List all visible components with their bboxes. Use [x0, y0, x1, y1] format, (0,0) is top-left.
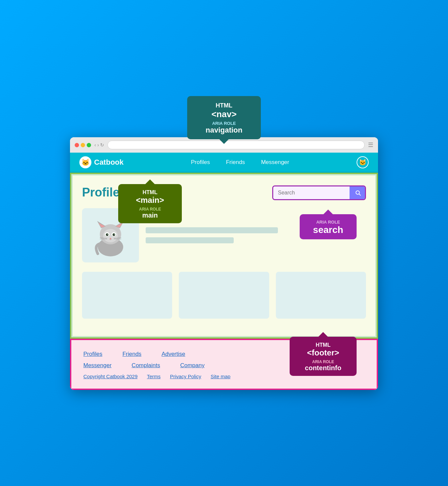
svg-point-16 [114, 234, 115, 235]
footer-terms[interactable]: Terms [147, 374, 161, 379]
svg-point-15 [107, 234, 108, 235]
placeholder-line-2 [146, 237, 234, 243]
dot-yellow[interactable] [81, 143, 85, 147]
nav-link-messenger[interactable]: Messenger [261, 159, 289, 166]
nav-tooltip-aria-value: navigation [198, 126, 250, 135]
footer-tooltip-tag: <footer> [298, 348, 349, 357]
logo-icon: 🐱 [79, 156, 91, 168]
footer-tooltip-aria-value: contentinfo [298, 364, 349, 372]
footer-link-friends[interactable]: Friends [123, 351, 142, 357]
nav-tooltip-tag: <nav> [198, 109, 250, 119]
svg-point-14 [113, 234, 115, 236]
logo-text: Catbook [94, 158, 124, 167]
footer-tooltip-container: HTML <footer> ARIA ROLE contentinfo [290, 337, 357, 376]
dot-green[interactable] [87, 143, 91, 147]
main-tooltip-tag: <main> [126, 195, 174, 205]
search-tooltip: ARIA ROLE search [300, 214, 357, 239]
footer-link-profiles[interactable]: Profiles [83, 351, 102, 357]
footer-link-company[interactable]: Company [180, 362, 205, 369]
cards-grid [82, 272, 366, 319]
refresh-icon[interactable]: ↻ [100, 142, 104, 148]
main-tooltip: HTML <main> ARIA ROLE main [118, 184, 182, 223]
grid-card-3 [276, 272, 366, 319]
grid-card-2 [179, 272, 269, 319]
browser-dots [75, 143, 91, 147]
footer-sitemap[interactable]: Site map [211, 374, 230, 379]
footer-copyright[interactable]: Copyright Catbook 2029 [83, 374, 138, 379]
main-tooltip-aria-label: ARIA ROLE [126, 207, 174, 212]
search-tooltip-container: ARIA ROLE search [300, 214, 357, 239]
search-button[interactable] [350, 186, 366, 199]
forward-icon[interactable]: › [97, 142, 99, 148]
site-nav-links: Profiles Friends Messenger [124, 159, 357, 166]
user-avatar-icon[interactable]: 🐱 [357, 156, 369, 168]
search-form [272, 185, 366, 200]
footer-tooltip-html-label: HTML [298, 342, 349, 348]
site-logo: 🐱 Catbook [79, 156, 124, 168]
nav-link-profiles[interactable]: Profiles [191, 159, 210, 166]
footer-tooltip: HTML <footer> ARIA ROLE contentinfo [290, 337, 357, 376]
browser-menu-icon[interactable]: ☰ [368, 141, 373, 149]
main-tooltip-container: HTML <main> ARIA ROLE main [118, 184, 182, 223]
footer-link-advertise[interactable]: Advertise [161, 351, 185, 357]
search-input[interactable] [273, 186, 350, 199]
site-nav: 🐱 Catbook Profiles Friends Messenger 🐱 [70, 153, 378, 173]
browser-arrows: ‹ › ↻ [94, 142, 104, 148]
svg-point-8 [103, 229, 118, 242]
browser-window: ‹ › ↻ ☰ 🐱 Catbook Profiles Friends Messe… [70, 137, 378, 390]
search-tooltip-aria-label: ARIA ROLE [308, 220, 349, 225]
dot-red[interactable] [75, 143, 79, 147]
placeholder-line-1 [146, 227, 278, 233]
footer-tooltip-aria-label: ARIA ROLE [298, 359, 349, 364]
main-tooltip-html-label: HTML [126, 189, 174, 195]
main-wrapper: HTML <main> ARIA ROLE main ARIA ROLE sea… [70, 173, 378, 339]
nav-tooltip-aria-label: ARIA ROLE [198, 121, 250, 126]
footer-privacy[interactable]: Privacy Policy [170, 374, 201, 379]
nav-tooltip-html-label: HTML [198, 102, 250, 109]
svg-point-13 [106, 234, 108, 236]
nav-link-friends[interactable]: Friends [226, 159, 245, 166]
search-icon [355, 190, 361, 196]
browser-url-bar[interactable] [107, 141, 365, 149]
back-icon[interactable]: ‹ [94, 142, 96, 148]
search-tooltip-aria-value: search [308, 225, 349, 235]
footer-wrapper: HTML <footer> ARIA ROLE contentinfo Prof… [70, 339, 378, 390]
footer-link-complaints[interactable]: Complaints [132, 362, 160, 369]
svg-line-1 [359, 194, 360, 195]
main-tooltip-aria-value: main [126, 212, 174, 219]
footer-link-messenger[interactable]: Messenger [83, 362, 111, 369]
nav-tooltip: HTML <nav> ARIA ROLE navigation [187, 96, 261, 139]
grid-card-1 [82, 272, 172, 319]
